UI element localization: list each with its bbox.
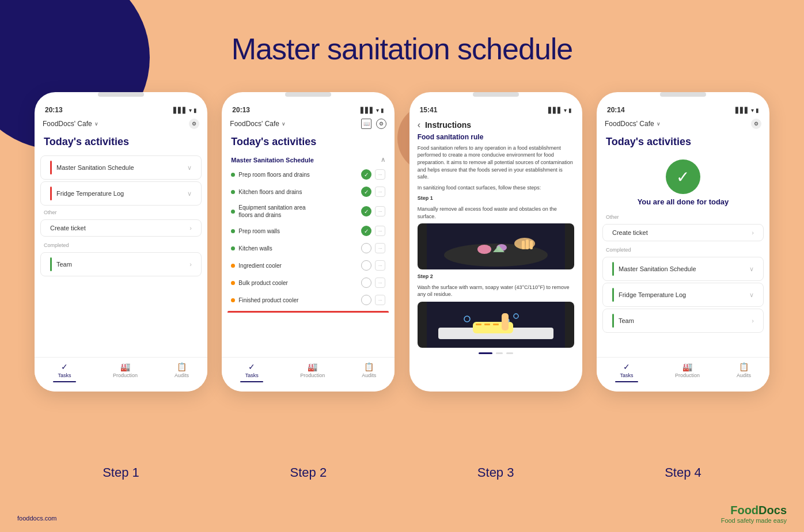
audits-icon2: 📋 bbox=[364, 362, 374, 371]
footer-website: fooddocs.com bbox=[17, 515, 56, 522]
phone1-arrow2: › bbox=[189, 261, 192, 268]
phone4-arrow2: › bbox=[752, 317, 754, 324]
phone1-fridge-label: Fridge Temperature Log bbox=[56, 190, 187, 197]
task-menu-2[interactable]: ··· bbox=[375, 206, 385, 216]
phone1-master-sanitation[interactable]: Master Sanitation Schedule ∨ bbox=[40, 155, 202, 180]
phone1-activities-title: Today's activities bbox=[35, 134, 207, 154]
task-text-7: Finished product cooler bbox=[238, 297, 298, 303]
task-text-0: Prep room floors and drains bbox=[238, 172, 309, 178]
phone2-bottom-nav: ✓ Tasks 🏭 Production 📋 Audits bbox=[222, 357, 395, 392]
phone2-tasks-label: Tasks bbox=[245, 373, 259, 378]
phone4-team[interactable]: Team › bbox=[602, 309, 764, 333]
phone1-production-label: Production bbox=[113, 373, 138, 378]
production-icon2: 🏭 bbox=[308, 362, 317, 371]
tasks-icon: ✓ bbox=[61, 362, 68, 371]
task-dot-2 bbox=[231, 210, 235, 214]
phone3-step2-text: Wash the surface with warm, soapy water … bbox=[418, 284, 574, 298]
phone4-notch bbox=[660, 92, 706, 97]
phone3-step1: Step 1 Manually remove all excess food w… bbox=[409, 195, 582, 220]
phone4-done-text: You are all done for today bbox=[597, 197, 769, 206]
step-label-1: Step 1 bbox=[35, 465, 207, 480]
task-text-2: Equipment sanitation area floors and dra… bbox=[238, 204, 319, 219]
task-menu-4[interactable]: ··· bbox=[375, 243, 385, 253]
phone1-completed-label: Completed bbox=[35, 240, 207, 250]
phone2-icons: ▋▋▋ ▾ ▮ bbox=[361, 107, 384, 113]
phone2-audits-label: Audits bbox=[362, 373, 376, 378]
production-icon4: 🏭 bbox=[682, 362, 692, 371]
svg-rect-7 bbox=[526, 240, 529, 249]
task-check-empty-6 bbox=[361, 278, 371, 288]
phone4-fridge-temp[interactable]: Fridge Temperature Log ∨ bbox=[602, 283, 764, 307]
tasks-icon4: ✓ bbox=[623, 362, 630, 371]
phone2-book-icon[interactable]: 📖 bbox=[361, 119, 371, 129]
phone4-nav-tasks[interactable]: ✓ Tasks bbox=[615, 362, 638, 382]
phone1-create-ticket[interactable]: Create ticket › bbox=[40, 219, 202, 237]
phone1-header: FoodDocs' Cafe ∨ ⚙ bbox=[35, 116, 207, 134]
phone2-task-1[interactable]: Kitchen floors and drains ✓ ··· bbox=[222, 183, 395, 200]
page-title: Master sanitation schedule bbox=[0, 32, 804, 66]
phone4-master-sanitation[interactable]: Master Sanitation Schedule ∨ bbox=[602, 257, 764, 281]
phone4-accent1 bbox=[612, 262, 614, 276]
phone2-nav-production[interactable]: 🏭 Production bbox=[300, 362, 325, 382]
phone4-chevron-down1: ∨ bbox=[749, 265, 754, 273]
phone2-task-5[interactable]: Ingredient cooler ··· bbox=[222, 257, 395, 274]
phone1-other-label: Other bbox=[35, 207, 207, 218]
svg-point-2 bbox=[477, 245, 491, 254]
phone2-settings-icon[interactable]: ⚙ bbox=[376, 119, 386, 129]
wifi-icon2: ▾ bbox=[376, 107, 379, 113]
phone4-team-label: Team bbox=[619, 317, 752, 324]
task-menu-5[interactable]: ··· bbox=[375, 260, 385, 271]
phone1-team-label: Team bbox=[56, 261, 189, 268]
svg-rect-18 bbox=[502, 313, 509, 330]
phone1-settings-icon[interactable]: ⚙ bbox=[189, 119, 199, 129]
phone1-nav-audits[interactable]: 📋 Audits bbox=[175, 362, 189, 382]
phone2-task-2[interactable]: Equipment sanitation area floors and dra… bbox=[222, 200, 395, 222]
phone1-create-ticket-label: Create ticket bbox=[50, 225, 189, 231]
phone2-notch bbox=[285, 92, 331, 97]
phone2-task-7[interactable]: Finished product cooler ··· bbox=[222, 291, 395, 309]
signal-icon3: ▋▋▋ bbox=[548, 107, 562, 113]
phone2-time: 20:13 bbox=[232, 106, 250, 114]
phone2-task-3[interactable]: Prep room walls ✓ ··· bbox=[222, 222, 395, 240]
phone1-fridge-temp[interactable]: Fridge Temperature Log ∨ bbox=[40, 181, 202, 206]
task-check-1: ✓ bbox=[361, 187, 371, 197]
task-menu-7[interactable]: ··· bbox=[375, 295, 385, 305]
phone1-nav-tasks[interactable]: ✓ Tasks bbox=[53, 362, 76, 382]
phone3-food-rule-title: Food sanitation rule bbox=[418, 132, 574, 142]
phone1-team[interactable]: Team › bbox=[40, 252, 202, 276]
phone3-indicator-active bbox=[479, 352, 492, 354]
phone2-task-4[interactable]: Kitchen walls ··· bbox=[222, 240, 395, 257]
task-menu-0[interactable]: ··· bbox=[375, 169, 385, 180]
phone-3: 15:41 ▋▋▋ ▾ ▮ ‹ Instructions Food sanita… bbox=[409, 92, 582, 392]
phone4-nav-production[interactable]: 🏭 Production bbox=[675, 362, 700, 382]
phone2-task-6[interactable]: Bulk product cooler ··· bbox=[222, 274, 395, 291]
phone4-activities-title: Today's activities bbox=[597, 134, 769, 154]
phone1-time: 20:13 bbox=[45, 106, 63, 114]
phone2-nav-tasks[interactable]: ✓ Tasks bbox=[240, 362, 263, 382]
phone4-tasks-label: Tasks bbox=[620, 373, 633, 378]
phone3-notch bbox=[473, 92, 519, 97]
phone2-scroll: Prep room floors and drains ✓ ··· Kitche… bbox=[222, 166, 395, 362]
phone1-nav-production[interactable]: 🏭 Production bbox=[113, 362, 138, 382]
nav-underline bbox=[53, 381, 76, 382]
phone4-status: 20:14 ▋▋▋ ▾ ▮ bbox=[597, 100, 769, 116]
phone2-task-0[interactable]: Prep room floors and drains ✓ ··· bbox=[222, 166, 395, 183]
task-menu-1[interactable]: ··· bbox=[375, 187, 385, 197]
task-dot-5 bbox=[231, 264, 235, 268]
phone4-nav-audits[interactable]: 📋 Audits bbox=[737, 362, 751, 382]
phone4-icons: ▋▋▋ ▾ ▮ bbox=[735, 107, 759, 113]
battery-icon2: ▮ bbox=[381, 107, 384, 113]
task-menu-6[interactable]: ··· bbox=[375, 278, 385, 288]
phone3-description: Food sanitation refers to any operation … bbox=[418, 145, 574, 181]
task-menu-3[interactable]: ··· bbox=[375, 226, 385, 236]
phone4-settings-icon[interactable]: ⚙ bbox=[751, 119, 761, 129]
wifi-icon4: ▾ bbox=[751, 107, 754, 113]
phone2-nav-audits[interactable]: 📋 Audits bbox=[362, 362, 376, 382]
back-arrow-icon[interactable]: ‹ bbox=[418, 120, 420, 130]
phone2-section-label: Master Sanitation Schedule bbox=[231, 157, 314, 164]
task-text-4: Kitchen walls bbox=[238, 245, 272, 252]
phone1-chevron-down1: ∨ bbox=[187, 164, 192, 172]
phone3-step2: Step 2 Wash the surface with warm, soapy… bbox=[409, 273, 582, 298]
task-dot-3 bbox=[231, 229, 235, 233]
phone4-create-ticket[interactable]: Create ticket › bbox=[602, 224, 764, 241]
